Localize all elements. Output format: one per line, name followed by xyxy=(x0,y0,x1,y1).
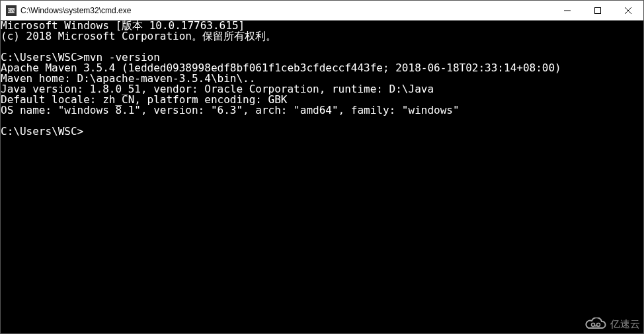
window-title: C:\Windows\system32\cmd.exe xyxy=(20,6,552,15)
terminal-area: Microsoft Windows [版本 10.0.17763.615](c)… xyxy=(1,21,643,333)
minimize-button[interactable] xyxy=(552,1,583,20)
minimize-icon xyxy=(564,7,571,14)
maximize-icon xyxy=(594,7,601,14)
terminal-output[interactable]: Microsoft Windows [版本 10.0.17763.615](c)… xyxy=(1,21,633,333)
window-controls xyxy=(552,1,643,20)
scrollbar-thumb[interactable] xyxy=(633,21,643,333)
svg-rect-1 xyxy=(595,7,601,13)
cmd-window: C:\ C:\Windows\system32\cmd.exe Microsof… xyxy=(0,0,644,334)
close-button[interactable] xyxy=(613,1,643,20)
cloud-icon xyxy=(584,317,608,331)
maximize-button[interactable] xyxy=(583,1,613,20)
watermark-text: 亿速云 xyxy=(610,318,640,331)
terminal-line: C:\Users\WSC> xyxy=(1,126,633,137)
close-icon xyxy=(625,7,631,14)
terminal-line: (c) 2018 Microsoft Corporation。保留所有权利。 xyxy=(1,31,633,42)
vertical-scrollbar[interactable] xyxy=(633,21,643,333)
watermark: 亿速云 xyxy=(584,317,640,331)
terminal-line: OS name: "windows 8.1", version: "6.3", … xyxy=(1,105,633,116)
terminal-line xyxy=(1,116,633,126)
titlebar[interactable]: C:\ C:\Windows\system32\cmd.exe xyxy=(1,1,643,21)
cmd-icon: C:\ xyxy=(6,5,17,16)
